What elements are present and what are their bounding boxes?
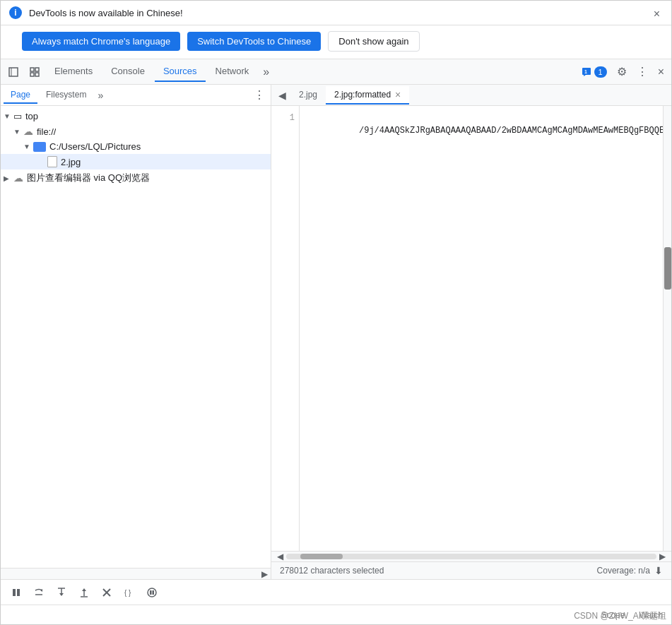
code-bottom: ◀ ▶	[271, 551, 671, 561]
more-actions-button[interactable]: ⋮	[632, 62, 652, 81]
subtab-menu-button[interactable]: ⋮	[251, 87, 268, 103]
list-item[interactable]: ▼ ☁ file://	[1, 124, 271, 139]
feedback-icon: 1	[581, 66, 592, 78]
pause2-button[interactable]	[142, 584, 162, 601]
svg-rect-3	[35, 68, 39, 71]
list-item[interactable]: ▼ C:/Users/LQL/Pictures	[1, 139, 271, 154]
pause2-icon	[146, 587, 158, 598]
toggle-icon: ▶	[4, 174, 13, 182]
file-tree: ▼ ▭ top ▼ ☁ file:// ▼ C:/Users/LQL/Pictu…	[1, 106, 271, 568]
close-tab-icon[interactable]: ×	[395, 89, 401, 100]
subtab-page[interactable]: Page	[4, 87, 37, 104]
editor-back-button[interactable]: ◀	[274, 87, 290, 104]
more-tabs-button[interactable]: »	[259, 63, 273, 81]
content-area: Page Filesystem » ⋮ ▼ ▭ top ▼ ☁ file:/	[1, 85, 671, 579]
tab-2jpg[interactable]: 2.jpg	[290, 87, 326, 104]
list-item[interactable]: 2.jpg	[1, 154, 271, 169]
line-numbers: 1	[271, 106, 300, 551]
tab-console[interactable]: Console	[102, 61, 153, 82]
hscroll-track[interactable]	[286, 554, 656, 559]
deactivate-icon	[101, 587, 112, 598]
tab-sources[interactable]: Sources	[155, 61, 206, 82]
cloud-icon: ☁	[23, 126, 33, 137]
status-bar: 278012 characters selected Coverage: n/a…	[271, 561, 671, 579]
scope-watch-bar: Scope Watch	[1, 605, 671, 624]
dont-show-button[interactable]: Don't show again	[328, 31, 419, 52]
code-content[interactable]: /9j/4AAQSkZJRgABAQAAAQABAAD/2wBDAAMCAgMC…	[300, 106, 663, 551]
chars-selected-text: 278012 characters selected	[280, 566, 384, 576]
feedback-button[interactable]: 1 1	[577, 64, 611, 81]
tree-label: file://	[37, 126, 56, 137]
scroll-right-arrow: ▶	[261, 569, 268, 579]
svg-marker-7	[584, 75, 586, 76]
toggle-icon: ▼	[13, 128, 23, 136]
code-editor: 1 /9j/4AAQSkZJRgABAQAAAQABAAD/2wBDAAMCAg…	[271, 106, 671, 551]
svg-rect-24	[153, 590, 155, 595]
switch-devtools-button[interactable]: Switch DevTools to Chinese	[187, 32, 321, 51]
main-tabs-bar: Elements Console Sources Network » 1 1 ⚙…	[1, 59, 671, 85]
tree-label: 图片查看编辑器 via QQ浏览器	[27, 172, 150, 184]
step-over-button[interactable]	[29, 584, 49, 601]
tab-network[interactable]: Network	[207, 61, 258, 82]
coverage-download-button[interactable]: ⬇	[654, 565, 663, 576]
tab-label: 2.jpg:formatted	[334, 90, 391, 100]
right-panel: ◀ 2.jpg 2.jpg:formatted × 1 /9j/4AAQSkZJ…	[271, 85, 671, 579]
step-into-button[interactable]	[52, 584, 71, 601]
tab-2jpg-formatted[interactable]: 2.jpg:formatted ×	[326, 86, 409, 105]
pause-button[interactable]	[6, 584, 26, 601]
vertical-scrollbar[interactable]	[663, 106, 671, 551]
hscroll-thumb[interactable]	[300, 554, 343, 559]
code-text: /9j/4AAQSkZJRgABAQAAAQABAAD/2wBDAAMCAgMC…	[359, 126, 663, 136]
always-match-button[interactable]: Always match Chrome's language	[22, 32, 180, 51]
layers-icon	[29, 66, 40, 78]
info-icon: i	[9, 6, 22, 19]
status-right: Coverage: n/a ⬇	[597, 565, 663, 576]
left-panel: Page Filesystem » ⋮ ▼ ▭ top ▼ ☁ file:/	[1, 85, 271, 579]
toggle-icon: ▼	[4, 112, 13, 120]
list-item[interactable]: ▶ ☁ 图片查看编辑器 via QQ浏览器	[1, 169, 271, 186]
subtab-filesystem[interactable]: Filesystem	[39, 87, 93, 104]
watermark: CSDN @ZHW_AI课题组	[574, 610, 666, 622]
editor-tabs: ◀ 2.jpg 2.jpg:formatted ×	[271, 85, 671, 106]
list-item[interactable]: ▼ ▭ top	[1, 109, 271, 124]
layers-button[interactable]	[25, 64, 45, 81]
box-icon: ▭	[13, 111, 22, 121]
banner-info-text: DevTools is now available in Chinese!	[29, 8, 663, 18]
svg-rect-0	[9, 68, 18, 76]
svg-rect-4	[30, 73, 34, 76]
left-panel-scrollbar: ▶	[1, 568, 271, 579]
scrollbar-thumb[interactable]	[664, 247, 671, 290]
horizontal-scrollbar[interactable]: ◀ ▶	[271, 552, 671, 561]
step-out-button[interactable]	[74, 584, 94, 601]
svg-marker-14	[59, 593, 64, 596]
scroll-left-arrow[interactable]: ◀	[274, 552, 286, 561]
tab-actions: 1 1 ⚙ ⋮ ×	[577, 62, 668, 81]
step-out-icon	[78, 587, 90, 598]
svg-rect-2	[30, 68, 34, 71]
svg-rect-23	[150, 590, 152, 595]
download-icon: ⬇	[654, 565, 663, 576]
coverage-text: Coverage: n/a	[597, 566, 650, 576]
cloud-icon: ☁	[13, 172, 23, 184]
toggle-icon: ▼	[23, 143, 33, 150]
cursor-tool-button[interactable]	[4, 64, 23, 81]
step-into-icon	[56, 587, 67, 598]
scroll-right-arrow[interactable]: ▶	[656, 552, 668, 561]
banner-close-button[interactable]: ×	[649, 6, 664, 22]
svg-rect-9	[13, 589, 16, 596]
format-icon: { }	[124, 587, 135, 598]
tree-label: top	[25, 111, 38, 121]
tab-elements[interactable]: Elements	[46, 61, 101, 82]
svg-rect-5	[35, 73, 39, 76]
deactivate-button[interactable]	[97, 584, 117, 601]
feedback-badge: 1	[594, 66, 607, 78]
subtab-more-button[interactable]: »	[95, 88, 106, 102]
settings-button[interactable]: ⚙	[613, 62, 631, 81]
format-button[interactable]: { }	[119, 584, 139, 601]
close-devtools-button[interactable]: ×	[654, 63, 668, 81]
coverage-info: Coverage: n/a ⬇	[597, 565, 663, 576]
tree-label: 2.jpg	[61, 157, 81, 167]
bottom-toolbar: { }	[1, 579, 671, 605]
sub-tabs: Page Filesystem » ⋮	[1, 85, 271, 106]
svg-marker-17	[82, 588, 86, 591]
